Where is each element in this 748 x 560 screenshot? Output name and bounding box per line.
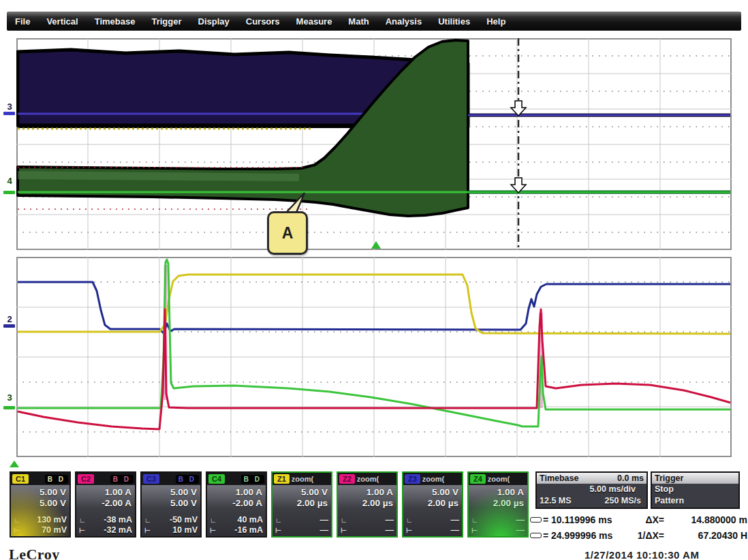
level-high-icon: ⊢ xyxy=(275,525,281,535)
descriptor-c3[interactable]: C3 B D 5.00 V 5.00 V ∟-50 mV ⊢10 mV xyxy=(140,471,202,538)
top-waveform-grid xyxy=(16,38,732,250)
level-low-icon: ∟ xyxy=(341,515,347,525)
descriptor-c4[interactable]: C4 B D 1.00 A -2.00 A ∟40 mA ⊢-16 mA xyxy=(206,471,267,538)
z3-meas1: — xyxy=(451,515,460,525)
channel-tab-c2[interactable]: C2 xyxy=(78,474,94,484)
cursor-x2-value: 24.999996 ms xyxy=(551,530,627,541)
z3-time-div: 2.00 µs xyxy=(407,498,458,509)
channel-tab-c4[interactable]: C4 xyxy=(208,474,225,484)
menu-display[interactable]: Display xyxy=(190,16,238,27)
level-low-icon: ∟ xyxy=(14,515,20,525)
menu-math[interactable]: Math xyxy=(340,16,377,27)
menu-trigger[interactable]: Trigger xyxy=(143,16,189,27)
z1-zoom-label: zoom( xyxy=(292,475,313,483)
z2-meas2: — xyxy=(386,525,394,535)
descriptor-z3-header: Z3 zoom( xyxy=(403,473,462,485)
level-high-icon: ⊢ xyxy=(14,525,20,535)
datetime-stamp: 1/27/2014 10:10:30 AM xyxy=(585,549,699,560)
zoom-tab-z4[interactable]: Z4 xyxy=(470,474,486,484)
descriptor-c3-header: C3 B D xyxy=(142,473,200,485)
level-high-icon: ⊢ xyxy=(79,525,85,535)
z1-time-div: 2.00 µs xyxy=(276,498,328,509)
descriptor-z1[interactable]: Z1 zoom( 5.00 V 2.00 µs ∟— ⊢— xyxy=(271,471,332,538)
callout-a: A xyxy=(267,211,308,255)
c4-meas2: -16 mA xyxy=(234,525,263,535)
level-high-icon: ⊢ xyxy=(144,525,151,535)
equals-sign: = xyxy=(543,530,551,541)
channel-tab-c3[interactable]: C3 xyxy=(143,474,159,484)
trigger-mode: Stop xyxy=(652,484,738,495)
level-high-icon: ⊢ xyxy=(210,525,216,535)
menu-vertical[interactable]: Vertical xyxy=(38,16,86,27)
equals-sign: = xyxy=(543,514,551,525)
c1-meas2: 70 mV xyxy=(42,525,67,535)
z2-time-div: 2.00 µs xyxy=(341,498,393,509)
timebase-box[interactable]: Timebase 0.0 ms 5.00 ms/div 12.5 MS 250 … xyxy=(535,471,648,509)
descriptor-z2[interactable]: Z2 zoom( 1.00 A 2.00 µs ∟— ⊢— xyxy=(337,471,398,538)
level-low-icon: ∟ xyxy=(275,515,282,525)
z3-scale: 5.00 V xyxy=(407,487,458,498)
c1-volts-div: 5.00 V xyxy=(14,487,66,498)
top-trace-marker-3-icon[interactable] xyxy=(3,112,15,115)
c3-offset: 5.00 V xyxy=(145,498,197,509)
menu-help[interactable]: Help xyxy=(478,16,514,27)
descriptor-z1-header: Z1 zoom( xyxy=(272,473,331,485)
channel-badge: B D xyxy=(241,475,264,484)
descriptor-z4[interactable]: Z4 zoom( 1.00 A 2.00 µs ∟— ⊢— xyxy=(467,471,529,538)
c2-offset: -2.00 A xyxy=(80,498,131,509)
descriptor-z4-header: Z4 zoom( xyxy=(469,473,527,485)
bottom-trace-marker-3-icon[interactable] xyxy=(3,406,15,409)
cursor-x1-row: = 10.119996 ms ΔX= 14.880000 m xyxy=(530,512,747,527)
descriptor-z3[interactable]: Z3 zoom( 5.00 V 2.00 µs ∟— ⊢— xyxy=(402,471,463,538)
level-low-icon: ∟ xyxy=(79,515,86,525)
zoom-tab-z1[interactable]: Z1 xyxy=(274,474,290,484)
cursor1-bar-icon[interactable] xyxy=(530,517,542,523)
bottom-trigger-level-marker-icon[interactable] xyxy=(10,461,19,467)
menu-analysis[interactable]: Analysis xyxy=(377,16,430,27)
z2-scale: 1.00 A xyxy=(341,487,393,498)
c2-meas1: -38 mA xyxy=(104,515,132,525)
cursor2-bar-icon[interactable] xyxy=(530,533,542,538)
descriptor-c2-header: C2 B D xyxy=(76,473,135,485)
timebase-title: Timebase xyxy=(540,473,578,483)
bottom-trace-marker-3-label: 3 xyxy=(4,392,15,403)
c1-meas1: 130 mV xyxy=(37,515,67,525)
level-high-icon: ⊢ xyxy=(406,525,412,535)
delta-x-value: 14.880000 m xyxy=(664,514,747,525)
delta-x-label: ΔX= xyxy=(627,514,664,525)
bottom-trace-marker-2-icon[interactable] xyxy=(3,324,15,328)
cursor-x2-row: = 24.999996 ms 1/ΔX= 67.20430 H xyxy=(530,527,747,543)
descriptor-c2[interactable]: C2 B D 1.00 A -2.00 A ∟-38 mA ⊢-32 mA xyxy=(75,471,136,538)
descriptor-c1[interactable]: C1 B D 5.00 V 5.00 V ∟130 mV ⊢70 mV xyxy=(10,471,71,538)
cursor-readouts: = 10.119996 ms ΔX= 14.880000 m = 24.9999… xyxy=(530,512,747,543)
menu-utilities[interactable]: Utilities xyxy=(430,16,478,27)
level-low-icon: ∟ xyxy=(144,515,151,525)
timebase-rate: 250 MS/s xyxy=(604,495,641,507)
channel-tab-c1[interactable]: C1 xyxy=(12,474,29,484)
inv-delta-x-value: 67.20430 H xyxy=(664,530,747,541)
zoom-tab-z2[interactable]: Z2 xyxy=(339,474,355,484)
menu-bar: File Vertical Timebase Trigger Display C… xyxy=(7,12,741,31)
descriptor-c1-header: C1 B D xyxy=(11,473,69,485)
z4-scale: 1.00 A xyxy=(472,487,524,498)
menu-cursors[interactable]: Cursors xyxy=(238,16,288,27)
timebase-per-div: 5.00 ms/div xyxy=(537,484,646,495)
menu-measure[interactable]: Measure xyxy=(288,16,341,27)
c3-meas1: -50 mV xyxy=(170,515,198,525)
top-trace-marker-4-icon[interactable] xyxy=(3,191,15,194)
cursor-x1-value: 10.119996 ms xyxy=(551,514,627,525)
z1-meas1: — xyxy=(320,515,329,525)
z4-meas1: — xyxy=(516,515,525,525)
z4-zoom-label: zoom( xyxy=(488,475,510,483)
c4-amps-div: 1.00 A xyxy=(211,487,262,498)
channel-badge: B D xyxy=(110,475,134,484)
menu-timebase[interactable]: Timebase xyxy=(87,16,144,27)
timebase-samples: 12.5 MS xyxy=(540,495,572,507)
c1-offset: 5.00 V xyxy=(14,498,66,509)
menu-file[interactable]: File xyxy=(7,16,38,27)
z2-meas1: — xyxy=(386,515,394,525)
z2-zoom-label: zoom( xyxy=(357,475,379,483)
zoom-tab-z3[interactable]: Z3 xyxy=(405,474,420,484)
descriptor-z2-header: Z2 zoom( xyxy=(338,473,396,485)
trigger-box[interactable]: Trigger Stop Pattern xyxy=(651,471,740,509)
